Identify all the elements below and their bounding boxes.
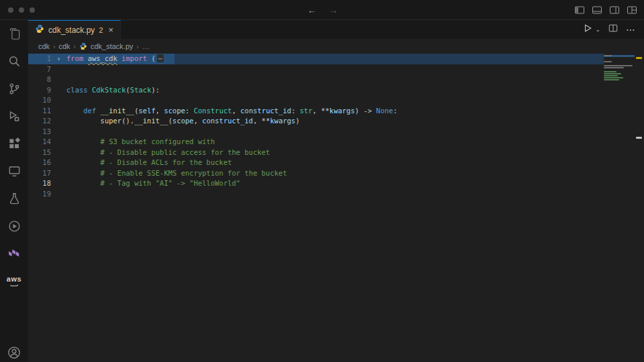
toggle-sidebar-icon[interactable] [574,5,585,15]
line-number[interactable]: 17 [28,168,51,179]
customize-layout-icon[interactable] [627,5,637,15]
window-controls[interactable] [8,7,35,13]
ruler-mark [636,137,642,139]
code-text: # - Tag with "AI" -> "HelloWorld" [66,178,240,189]
line-number[interactable]: 7 [28,64,51,75]
ruler-mark [636,57,642,59]
breadcrumb: cdk › cdk › cdk_stack.py › … [28,39,644,54]
toggle-panel-icon[interactable] [592,5,602,15]
code-text: from aws_cdk import (⋯ [66,54,164,64]
code-text: def __init__(self, scope: Construct, con… [66,106,397,117]
code-line-18[interactable]: 18 # - Tag with "AI" -> "HelloWorld" [28,178,604,189]
activity-bar: aws [0,20,28,362]
code-line-19[interactable]: 19 [28,189,604,200]
overview-ruler[interactable] [635,54,644,362]
code-line-16[interactable]: 16 # - Disable ACLs for the bucket [28,158,604,168]
code-line-7[interactable]: 7 [28,64,604,75]
breadcrumb-item-file[interactable]: cdk_stack.py [91,42,133,50]
code-line-1[interactable]: 1›from aws_cdk import (⋯ [28,54,604,64]
run-circle-icon[interactable] [0,218,28,234]
fold-chevron-icon[interactable]: › [51,54,66,64]
python-file-icon [35,24,44,36]
run-dropdown-icon[interactable]: ⌄ [595,26,600,33]
split-editor-icon[interactable] [608,23,618,36]
tab-label: cdk_stack.py [48,25,95,35]
aws-icon[interactable]: aws [0,273,28,289]
code-line-14[interactable]: 14 # S3 bucket configured with [28,137,604,147]
run-python-file-icon[interactable] [583,23,592,36]
extensions-icon[interactable] [0,135,28,152]
minimap-content [604,55,635,83]
nav-forward-icon[interactable]: → [329,5,338,15]
code-text: # - Disable ACLs for the bucket [66,158,232,168]
code-text: # S3 bucket configured with [66,137,215,147]
line-number[interactable]: 11 [28,106,51,117]
search-icon[interactable] [0,53,28,69]
toggle-secondary-sidebar-icon[interactable] [609,5,620,15]
breadcrumb-item-cdk[interactable]: cdk [38,42,50,50]
line-number[interactable]: 9 [28,85,51,96]
terraform-icon[interactable] [0,245,28,261]
code-line-10[interactable]: 10 [28,95,604,106]
chevron-right-icon: › [53,43,55,50]
window-maximize-icon[interactable] [30,7,35,13]
account-icon[interactable] [0,345,28,361]
nav-back-icon[interactable]: ← [307,5,317,15]
code-line-9[interactable]: 9class CdkStack(Stack): [28,85,604,96]
code-line-12[interactable]: 12 super().__init__(scope, construct_id,… [28,116,604,127]
chevron-right-icon: › [74,43,76,50]
testing-beaker-icon[interactable] [0,190,28,206]
window-close-icon[interactable] [8,7,13,13]
line-number[interactable]: 19 [28,189,51,200]
line-number[interactable]: 12 [28,116,51,127]
window-minimize-icon[interactable] [19,7,24,13]
source-control-icon[interactable] [0,80,28,97]
line-number[interactable]: 10 [28,95,51,106]
line-number[interactable]: 14 [28,137,51,147]
code-text: class CdkStack(Stack): [66,85,160,96]
code-line-15[interactable]: 15 # - Disable public access for the buc… [28,147,604,158]
code-line-13[interactable]: 13 [28,127,604,137]
editor-lines: 1›from aws_cdk import (⋯789class CdkStac… [28,54,604,199]
minimap[interactable] [604,55,635,83]
line-number[interactable]: 16 [28,158,51,168]
code-line-8[interactable]: 8 [28,74,604,85]
line-number[interactable]: 8 [28,74,51,85]
tab-bar: cdk_stack.py 2 × ⌄ ⋯ [28,20,644,39]
vscode-window: ← → [0,0,644,362]
code-text: # - Disable public access for the bucket [66,147,270,158]
code-editor[interactable]: 1›from aws_cdk import (⋯789class CdkStac… [28,54,644,362]
python-file-icon [79,42,87,50]
title-bar: ← → [0,0,644,20]
tab-badge: 2 [99,26,103,34]
breadcrumb-item-cdk-2[interactable]: cdk [58,42,70,50]
code-line-17[interactable]: 17 # - Enable SSE-KMS encryption for the… [28,168,604,179]
more-actions-icon[interactable]: ⋯ [626,24,636,35]
line-number[interactable]: 13 [28,127,51,137]
remote-explorer-icon[interactable] [0,163,28,179]
tab-close-icon[interactable]: × [109,25,114,35]
chevron-right-icon: › [137,43,139,50]
tab-cdk-stack-py[interactable]: cdk_stack.py 2 × [28,20,121,39]
code-text: # - Enable SSE-KMS encryption for the bu… [66,168,287,179]
breadcrumb-item-symbol[interactable]: … [142,42,150,50]
run-debug-icon[interactable] [0,108,28,124]
line-number[interactable]: 18 [28,178,51,189]
explorer-icon[interactable] [0,25,28,42]
line-number[interactable]: 15 [28,147,51,158]
line-number[interactable]: 1 [28,54,51,64]
code-text: super().__init__(scope, construct_id, **… [66,116,300,127]
code-line-11[interactable]: 11 def __init__(self, scope: Construct, … [28,106,604,117]
